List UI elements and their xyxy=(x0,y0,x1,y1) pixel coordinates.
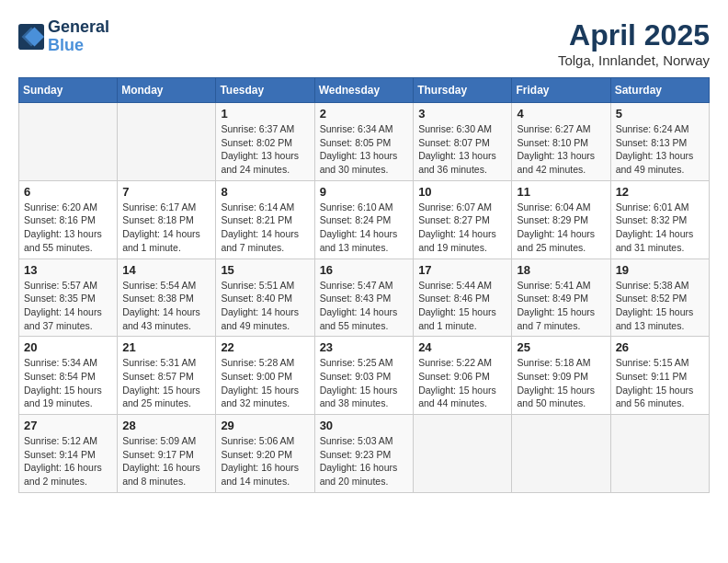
day-info: Sunrise: 5:28 AM Sunset: 9:00 PM Dayligh… xyxy=(221,356,309,410)
calendar-cell: 19Sunrise: 5:38 AM Sunset: 8:52 PM Dayli… xyxy=(610,259,709,337)
calendar-cell xyxy=(19,103,118,181)
calendar-cell: 14Sunrise: 5:54 AM Sunset: 8:38 PM Dayli… xyxy=(118,259,216,337)
day-info: Sunrise: 5:44 AM Sunset: 8:46 PM Dayligh… xyxy=(418,279,506,333)
calendar-cell: 9Sunrise: 6:10 AM Sunset: 8:24 PM Daylig… xyxy=(314,180,414,259)
calendar-header: SundayMondayTuesdayWednesdayThursdayFrid… xyxy=(19,78,710,103)
calendar-cell xyxy=(414,415,512,493)
weekday-header-friday: Friday xyxy=(512,78,610,103)
day-number: 1 xyxy=(221,107,309,121)
calendar-cell xyxy=(610,415,709,493)
calendar-cell: 20Sunrise: 5:34 AM Sunset: 8:54 PM Dayli… xyxy=(19,337,118,415)
calendar-cell: 13Sunrise: 5:57 AM Sunset: 8:35 PM Dayli… xyxy=(19,259,118,337)
day-number: 9 xyxy=(320,185,409,199)
day-number: 17 xyxy=(418,263,506,277)
calendar-cell: 16Sunrise: 5:47 AM Sunset: 8:43 PM Dayli… xyxy=(314,259,414,337)
day-number: 16 xyxy=(320,263,409,277)
day-number: 30 xyxy=(320,419,409,432)
day-info: Sunrise: 5:41 AM Sunset: 8:49 PM Dayligh… xyxy=(517,279,605,333)
calendar-week-5: 27Sunrise: 5:12 AM Sunset: 9:14 PM Dayli… xyxy=(19,415,710,493)
weekday-header-sunday: Sunday xyxy=(19,78,118,103)
logo-line2: Blue xyxy=(48,37,109,55)
calendar-cell: 4Sunrise: 6:27 AM Sunset: 8:10 PM Daylig… xyxy=(512,103,610,181)
day-info: Sunrise: 6:01 AM Sunset: 8:32 PM Dayligh… xyxy=(616,201,704,255)
day-number: 10 xyxy=(418,185,506,199)
day-number: 8 xyxy=(221,185,309,199)
page-header: General Blue April 2025 Tolga, Innlandet… xyxy=(18,18,710,68)
day-info: Sunrise: 6:04 AM Sunset: 8:29 PM Dayligh… xyxy=(517,201,605,255)
day-number: 11 xyxy=(517,185,605,199)
calendar-cell: 1Sunrise: 6:37 AM Sunset: 8:02 PM Daylig… xyxy=(216,103,314,181)
day-number: 22 xyxy=(221,340,309,354)
calendar-week-2: 6Sunrise: 6:20 AM Sunset: 8:16 PM Daylig… xyxy=(19,180,710,259)
day-number: 6 xyxy=(24,185,112,199)
weekday-header-tuesday: Tuesday xyxy=(216,78,314,103)
day-info: Sunrise: 5:03 AM Sunset: 9:23 PM Dayligh… xyxy=(320,434,409,488)
calendar-cell: 7Sunrise: 6:17 AM Sunset: 8:18 PM Daylig… xyxy=(118,180,216,259)
calendar-cell: 22Sunrise: 5:28 AM Sunset: 9:00 PM Dayli… xyxy=(216,337,314,415)
day-info: Sunrise: 6:20 AM Sunset: 8:16 PM Dayligh… xyxy=(24,201,112,255)
day-number: 25 xyxy=(517,340,605,354)
day-info: Sunrise: 6:24 AM Sunset: 8:13 PM Dayligh… xyxy=(616,122,704,177)
day-number: 20 xyxy=(24,340,112,354)
calendar-table: SundayMondayTuesdayWednesdayThursdayFrid… xyxy=(18,77,710,493)
weekday-header-saturday: Saturday xyxy=(610,78,709,103)
day-number: 21 xyxy=(122,340,210,354)
day-info: Sunrise: 6:14 AM Sunset: 8:21 PM Dayligh… xyxy=(221,201,309,255)
day-number: 3 xyxy=(418,107,506,121)
day-number: 27 xyxy=(24,419,112,432)
day-info: Sunrise: 6:37 AM Sunset: 8:02 PM Dayligh… xyxy=(221,122,309,177)
weekday-header-wednesday: Wednesday xyxy=(314,78,414,103)
day-number: 26 xyxy=(616,340,704,354)
title-block: April 2025 Tolga, Innlandet, Norway xyxy=(558,18,710,68)
calendar-cell xyxy=(512,415,610,493)
calendar-week-1: 1Sunrise: 6:37 AM Sunset: 8:02 PM Daylig… xyxy=(19,103,710,181)
day-number: 15 xyxy=(221,263,309,277)
calendar-cell: 18Sunrise: 5:41 AM Sunset: 8:49 PM Dayli… xyxy=(512,259,610,337)
day-info: Sunrise: 5:06 AM Sunset: 9:20 PM Dayligh… xyxy=(221,434,309,488)
main-title: April 2025 xyxy=(558,18,710,52)
logo: General Blue xyxy=(18,18,109,55)
calendar-cell: 30Sunrise: 5:03 AM Sunset: 9:23 PM Dayli… xyxy=(314,415,414,493)
day-info: Sunrise: 5:18 AM Sunset: 9:09 PM Dayligh… xyxy=(517,356,605,410)
day-info: Sunrise: 5:47 AM Sunset: 8:43 PM Dayligh… xyxy=(320,279,409,333)
weekday-header-thursday: Thursday xyxy=(414,78,512,103)
weekday-header-monday: Monday xyxy=(118,78,216,103)
calendar-cell: 5Sunrise: 6:24 AM Sunset: 8:13 PM Daylig… xyxy=(610,103,709,181)
day-info: Sunrise: 5:57 AM Sunset: 8:35 PM Dayligh… xyxy=(24,279,112,333)
calendar-week-3: 13Sunrise: 5:57 AM Sunset: 8:35 PM Dayli… xyxy=(19,259,710,337)
day-info: Sunrise: 6:30 AM Sunset: 8:07 PM Dayligh… xyxy=(418,122,506,177)
day-info: Sunrise: 5:54 AM Sunset: 8:38 PM Dayligh… xyxy=(122,279,210,333)
day-number: 5 xyxy=(616,107,704,121)
day-info: Sunrise: 6:10 AM Sunset: 8:24 PM Dayligh… xyxy=(320,201,409,255)
day-number: 19 xyxy=(616,263,704,277)
day-number: 18 xyxy=(517,263,605,277)
subtitle: Tolga, Innlandet, Norway xyxy=(558,52,710,68)
calendar-cell: 24Sunrise: 5:22 AM Sunset: 9:06 PM Dayli… xyxy=(414,337,512,415)
calendar-cell: 8Sunrise: 6:14 AM Sunset: 8:21 PM Daylig… xyxy=(216,180,314,259)
day-info: Sunrise: 6:27 AM Sunset: 8:10 PM Dayligh… xyxy=(517,122,605,177)
calendar-cell: 26Sunrise: 5:15 AM Sunset: 9:11 PM Dayli… xyxy=(610,337,709,415)
day-info: Sunrise: 5:25 AM Sunset: 9:03 PM Dayligh… xyxy=(320,356,409,410)
calendar-cell xyxy=(118,103,216,181)
calendar-cell: 15Sunrise: 5:51 AM Sunset: 8:40 PM Dayli… xyxy=(216,259,314,337)
day-number: 29 xyxy=(221,419,309,432)
logo-icon xyxy=(18,24,44,50)
day-info: Sunrise: 5:12 AM Sunset: 9:14 PM Dayligh… xyxy=(24,434,112,488)
day-info: Sunrise: 5:34 AM Sunset: 8:54 PM Dayligh… xyxy=(24,356,112,410)
day-number: 12 xyxy=(616,185,704,199)
calendar-cell: 10Sunrise: 6:07 AM Sunset: 8:27 PM Dayli… xyxy=(414,180,512,259)
day-info: Sunrise: 5:51 AM Sunset: 8:40 PM Dayligh… xyxy=(221,279,309,333)
day-info: Sunrise: 5:31 AM Sunset: 8:57 PM Dayligh… xyxy=(122,356,210,410)
calendar-cell: 2Sunrise: 6:34 AM Sunset: 8:05 PM Daylig… xyxy=(314,103,414,181)
day-info: Sunrise: 5:09 AM Sunset: 9:17 PM Dayligh… xyxy=(122,434,210,488)
calendar-cell: 25Sunrise: 5:18 AM Sunset: 9:09 PM Dayli… xyxy=(512,337,610,415)
calendar-cell: 27Sunrise: 5:12 AM Sunset: 9:14 PM Dayli… xyxy=(19,415,118,493)
day-info: Sunrise: 6:34 AM Sunset: 8:05 PM Dayligh… xyxy=(320,122,409,177)
day-number: 28 xyxy=(122,419,210,432)
day-info: Sunrise: 6:07 AM Sunset: 8:27 PM Dayligh… xyxy=(418,201,506,255)
calendar-week-4: 20Sunrise: 5:34 AM Sunset: 8:54 PM Dayli… xyxy=(19,337,710,415)
calendar-cell: 28Sunrise: 5:09 AM Sunset: 9:17 PM Dayli… xyxy=(118,415,216,493)
calendar-cell: 12Sunrise: 6:01 AM Sunset: 8:32 PM Dayli… xyxy=(610,180,709,259)
day-info: Sunrise: 6:17 AM Sunset: 8:18 PM Dayligh… xyxy=(122,201,210,255)
calendar-cell: 11Sunrise: 6:04 AM Sunset: 8:29 PM Dayli… xyxy=(512,180,610,259)
